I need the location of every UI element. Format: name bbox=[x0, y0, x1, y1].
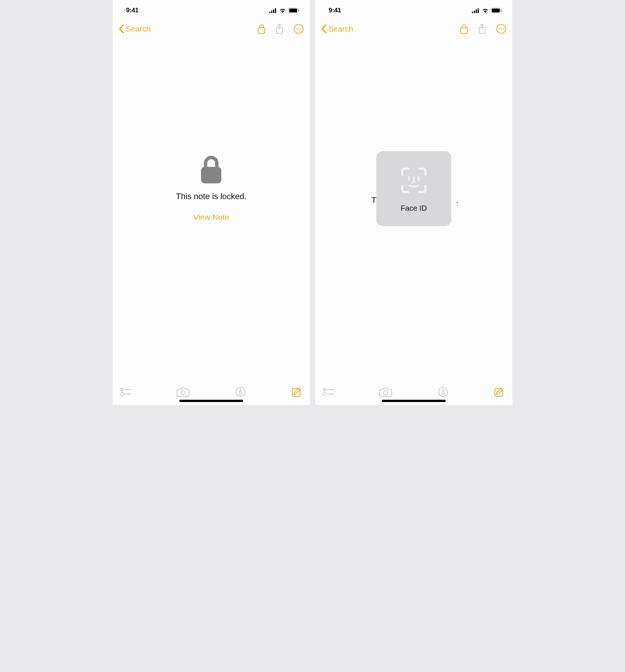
navigation-bar: Search bbox=[113, 20, 310, 38]
back-label: Search bbox=[328, 24, 353, 33]
status-bar: 9:41 bbox=[113, 2, 310, 19]
chevron-left-icon bbox=[321, 24, 327, 33]
back-label: Search bbox=[126, 24, 151, 33]
share-icon[interactable] bbox=[275, 23, 284, 34]
svg-rect-6 bbox=[298, 10, 299, 12]
navigation-bar: Search bbox=[315, 20, 512, 38]
faceid-label: Face ID bbox=[401, 204, 427, 213]
svg-point-33 bbox=[500, 28, 502, 29]
battery-icon bbox=[288, 8, 299, 13]
svg-point-10 bbox=[296, 28, 297, 29]
svg-point-12 bbox=[300, 28, 301, 29]
wifi-icon bbox=[279, 8, 286, 13]
svg-point-18 bbox=[181, 391, 185, 395]
svg-rect-24 bbox=[476, 9, 477, 13]
svg-rect-1 bbox=[271, 10, 272, 13]
svg-rect-13 bbox=[201, 167, 221, 183]
battery-icon bbox=[491, 8, 502, 13]
cellular-icon bbox=[472, 8, 479, 13]
locked-note-content: This note is locked. View Note bbox=[113, 38, 310, 381]
faceid-icon bbox=[398, 165, 429, 196]
padlock-icon bbox=[199, 156, 224, 185]
svg-rect-5 bbox=[289, 9, 297, 12]
svg-point-16 bbox=[120, 393, 123, 396]
more-icon[interactable] bbox=[496, 24, 506, 34]
screen-faceid-prompt: 9:41 Search bbox=[315, 0, 512, 405]
checklist-icon[interactable] bbox=[120, 388, 131, 396]
svg-rect-23 bbox=[474, 10, 475, 13]
svg-rect-2 bbox=[273, 9, 274, 13]
obscured-text-right: . bbox=[456, 195, 458, 205]
svg-point-32 bbox=[499, 28, 500, 29]
svg-rect-0 bbox=[269, 12, 270, 13]
back-button[interactable]: Search bbox=[321, 24, 353, 33]
svg-rect-25 bbox=[478, 8, 479, 13]
svg-rect-27 bbox=[492, 9, 500, 12]
compose-icon[interactable] bbox=[291, 386, 302, 398]
svg-point-21 bbox=[300, 387, 301, 388]
svg-rect-7 bbox=[258, 28, 265, 33]
status-time: 9:41 bbox=[126, 7, 138, 14]
home-indicator[interactable] bbox=[179, 400, 243, 402]
more-icon[interactable] bbox=[293, 24, 304, 34]
locked-message: This note is locked. bbox=[176, 192, 246, 201]
lock-icon[interactable] bbox=[460, 24, 468, 34]
share-icon[interactable] bbox=[478, 23, 486, 34]
svg-rect-28 bbox=[501, 10, 502, 12]
svg-rect-22 bbox=[472, 12, 473, 13]
cellular-icon bbox=[269, 8, 277, 13]
status-time: 9:41 bbox=[329, 7, 341, 14]
svg-point-11 bbox=[298, 28, 299, 29]
status-icons bbox=[269, 8, 299, 13]
status-icons bbox=[472, 8, 502, 13]
screen-locked-note: 9:41 Search bbox=[113, 0, 310, 405]
wifi-icon bbox=[482, 8, 489, 13]
svg-point-39 bbox=[323, 393, 326, 396]
markup-icon[interactable] bbox=[235, 387, 246, 397]
home-indicator[interactable] bbox=[382, 400, 446, 402]
view-note-button[interactable]: View Note bbox=[193, 213, 229, 222]
back-button[interactable]: Search bbox=[119, 24, 151, 33]
svg-rect-3 bbox=[275, 8, 276, 13]
compose-icon[interactable] bbox=[494, 386, 505, 398]
svg-point-44 bbox=[503, 387, 503, 388]
faceid-prompt: Face ID bbox=[376, 151, 451, 226]
camera-icon[interactable] bbox=[177, 387, 189, 397]
svg-point-41 bbox=[384, 391, 388, 395]
camera-icon[interactable] bbox=[379, 387, 392, 397]
chevron-left-icon bbox=[119, 24, 124, 33]
checklist-icon[interactable] bbox=[323, 388, 334, 396]
markup-icon[interactable] bbox=[438, 387, 448, 397]
faceid-content: T . Face ID bbox=[315, 38, 512, 381]
svg-point-34 bbox=[502, 28, 503, 29]
obscured-text-left: T bbox=[371, 195, 376, 205]
lock-icon[interactable] bbox=[257, 24, 266, 34]
svg-rect-29 bbox=[461, 28, 467, 33]
status-bar: 9:41 bbox=[315, 2, 512, 19]
